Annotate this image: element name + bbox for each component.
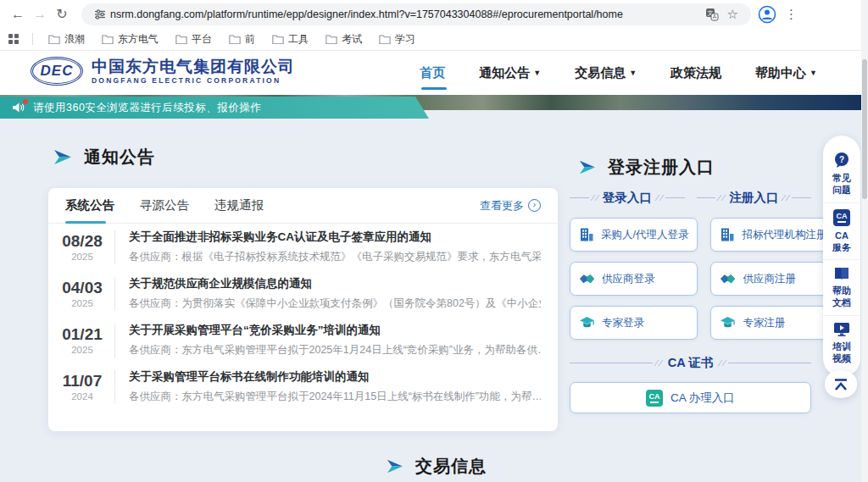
toolbar-right: ⋮: [758, 5, 798, 24]
translate-icon[interactable]: 文A: [705, 8, 719, 21]
page-scrollbar: [861, 0, 868, 482]
notices-tabs: 系统公告 寻源公告 违规通报 查看更多 ›: [48, 188, 558, 224]
bookmark-item[interactable]: 浪潮: [42, 30, 92, 49]
forward-icon[interactable]: →: [29, 3, 51, 25]
graduation-cap-icon: [720, 316, 736, 330]
expert-login-button[interactable]: 专家登录: [570, 306, 698, 340]
svg-text:?: ?: [839, 155, 844, 164]
bookmarks-bar: 浪潮 东方电气 平台 前 工具 考试 学习: [0, 28, 868, 51]
section-arrow-icon: [386, 458, 404, 474]
notices-card: 系统公告 寻源公告 违规通报 查看更多 › 08/28 2025 关于全面推进非…: [48, 188, 558, 431]
caret-down-icon: ▼: [533, 69, 541, 77]
tab-sourcing-notices[interactable]: 寻源公告: [140, 188, 189, 224]
bidding-agency-register-button[interactable]: 招标代理机构注册: [710, 218, 836, 252]
notice-title[interactable]: 关于全面推进非招标采购业务CA认证及电子签章应用的通知: [129, 230, 541, 245]
supplier-register-button[interactable]: 供应商注册: [710, 262, 836, 296]
bookmark-item[interactable]: 学习: [372, 30, 422, 49]
notice-row[interactable]: 01/21 2025 关于开展采购管理平台“竞价采购业务”培训的通知 各供应商：…: [48, 317, 558, 363]
scrollbar-thumb[interactable]: [862, 59, 867, 199]
view-more-link[interactable]: 查看更多 ›: [480, 198, 541, 213]
tab-system-notices[interactable]: 系统公告: [65, 188, 114, 224]
company-name-cn: 中国东方电气集团有限公司: [92, 58, 295, 76]
question-icon: ?: [832, 152, 851, 169]
divider: [114, 324, 115, 357]
login-group-label: 登录入口: [570, 190, 685, 206]
back-to-top-button[interactable]: [825, 370, 857, 398]
bookmark-item[interactable]: 考试: [319, 30, 369, 49]
menu-kebab-icon[interactable]: ⋮: [785, 7, 798, 22]
ca-badge-icon: CA: [646, 390, 663, 407]
ticker-text: 请使用360安全浏览器进行后续投标、报价操作: [33, 101, 261, 115]
browser-toolbar: ← → ↻ nsrm.dongfang.com/platform/runtime…: [0, 0, 868, 28]
alert-dot: [23, 99, 28, 104]
back-icon[interactable]: ←: [7, 3, 29, 25]
org-building-icon: [579, 227, 594, 242]
bookmark-item[interactable]: 工具: [265, 30, 315, 49]
ca-group-label: CA 证书: [570, 355, 811, 371]
book-icon: [833, 266, 850, 281]
handshake-icon: [579, 272, 595, 285]
handshake-icon: [720, 272, 736, 285]
purchaser-agent-login-button[interactable]: 采购人/代理人登录: [570, 218, 698, 252]
notice-title[interactable]: 关于规范供应商企业规模信息的通知: [129, 276, 541, 291]
nav-notices[interactable]: 通知公告▼: [479, 60, 541, 86]
site-header: DEC 中国东方电气集团有限公司 DONGFANG ELECTRIC CORPO…: [0, 51, 868, 95]
page: ← → ↻ nsrm.dongfang.com/platform/runtime…: [0, 0, 868, 482]
tab-violation-reports[interactable]: 违规通报: [214, 188, 264, 224]
apps-grid-icon[interactable]: [8, 34, 19, 44]
ca-apply-button[interactable]: CA CA 办理入口: [570, 382, 811, 413]
browser-chrome: ← → ↻ nsrm.dongfang.com/platform/runtime…: [0, 0, 868, 51]
notice-date: 11/07 2024: [55, 372, 109, 402]
login-panel: 登录入口 注册入口 采购人/代理人登录 招标代理机构注册 供应商登录: [570, 190, 811, 413]
notice-row[interactable]: 11/07 2024 关于采购管理平台标书在线制作功能培训的通知 各供应商：东方…: [48, 363, 558, 410]
ca-service-item[interactable]: CA CA服务: [823, 202, 860, 260]
video-icon: [833, 322, 850, 337]
nav-home[interactable]: 首页: [420, 60, 445, 86]
section-arrow-icon: [578, 159, 597, 175]
graduation-cap-icon: [579, 316, 595, 330]
register-group-label: 注册入口: [697, 190, 812, 206]
divider: [114, 277, 115, 311]
profile-avatar[interactable]: [758, 5, 776, 24]
bookmark-star-icon[interactable]: ☆: [727, 7, 738, 22]
notice-date: 01/21 2025: [55, 325, 109, 355]
nav-trade-info[interactable]: 交易信息▼: [575, 60, 637, 86]
notice-date: 04/03 2025: [55, 279, 109, 308]
address-bar[interactable]: nsrm.dongfang.com/platform/runtime/epp/d…: [81, 3, 751, 25]
supplier-login-button[interactable]: 供应商登录: [570, 262, 698, 296]
company-logo[interactable]: DEC 中国东方电气集团有限公司 DONGFANG ELECTRIC CORPO…: [31, 57, 295, 86]
notice-date: 08/28 2025: [55, 232, 109, 262]
ca-icon: CA: [833, 209, 850, 226]
trade-section-title: 交易信息: [386, 455, 487, 478]
bookmark-item[interactable]: 东方电气: [95, 30, 165, 49]
notice-row[interactable]: 04/03 2025 关于规范供应商企业规模信息的通知 各供应商：为贯彻落实《保…: [48, 270, 558, 317]
speaker-icon: [12, 102, 25, 114]
notice-ticker: 请使用360安全浏览器进行后续投标、报价操作: [0, 97, 429, 119]
notice-title[interactable]: 关于采购管理平台标书在线制作功能培训的通知: [129, 369, 541, 385]
help-docs-item[interactable]: 帮助文档: [823, 259, 860, 315]
notice-desc: 各供应商：东方电气采购管理平台拟于2024年11月15日上线“标书在线制作”功能…: [129, 390, 541, 404]
site-info-icon[interactable]: [94, 8, 106, 20]
login-section-title: 登录注册入口: [578, 156, 715, 179]
training-videos-item[interactable]: 培训视频: [823, 315, 860, 371]
nav-help-center[interactable]: 帮助中心▼: [755, 60, 817, 86]
notice-row[interactable]: 08/28 2025 关于全面推进非招标采购业务CA认证及电子签章应用的通知 各…: [48, 224, 558, 270]
url-text: nsrm.dongfang.com/platform/runtime/epp/d…: [110, 8, 701, 20]
top-arrow-icon: [832, 378, 849, 391]
floating-sidebar: ? 常见问题 CA CA服务 帮助文档 培训视频: [823, 136, 860, 377]
caret-down-icon: ▼: [810, 69, 817, 77]
company-name-en: DONGFANG ELECTRIC CORPORATION: [92, 76, 295, 85]
bookmark-item[interactable]: 前: [222, 30, 262, 49]
notices-section-title: 通知公告: [53, 146, 155, 169]
section-arrow-icon: [53, 148, 73, 166]
nav-policies[interactable]: 政策法规: [670, 60, 721, 86]
bookmark-item[interactable]: 平台: [169, 30, 219, 49]
circle-arrow-icon: ›: [528, 199, 541, 212]
faq-item[interactable]: ? 常见问题: [823, 146, 860, 202]
notice-desc: 各供应商：为贯彻落实《保障中小企业款项支付条例》（国务院令第802号）及《中小企…: [129, 296, 541, 311]
main-nav: 首页 通知公告▼ 交易信息▼ 政策法规 帮助中心▼: [420, 51, 817, 95]
reload-icon[interactable]: ↻: [51, 3, 73, 25]
notice-title[interactable]: 关于开展采购管理平台“竞价采购业务”培训的通知: [129, 323, 541, 338]
dec-logo-icon: DEC: [31, 57, 83, 86]
expert-register-button[interactable]: 专家注册: [710, 306, 836, 340]
